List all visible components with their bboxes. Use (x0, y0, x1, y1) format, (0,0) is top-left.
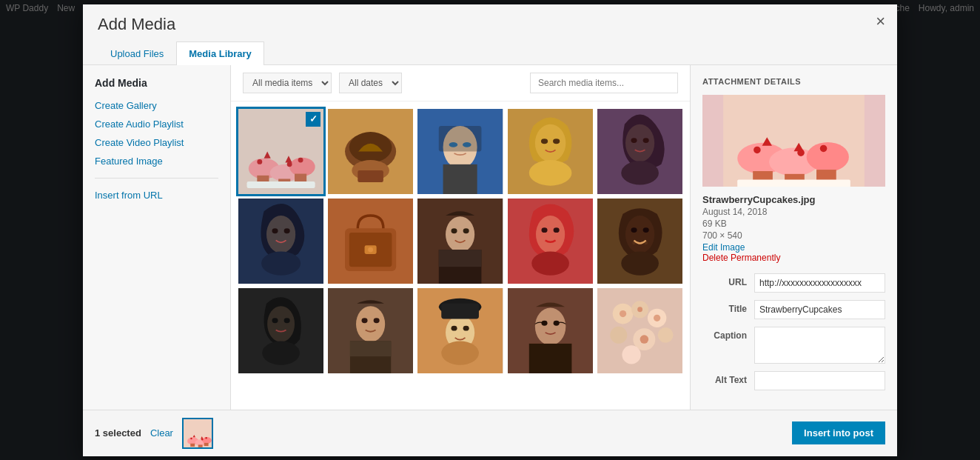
add-media-modal: Add Media Upload Files Media Library × A… (83, 4, 897, 17)
modal-overlay: Add Media Upload Files Media Library × A… (0, 0, 980, 16)
modal-header: Add Media Upload Files Media Library × (83, 4, 897, 17)
modal-title: Add Media (98, 15, 264, 17)
modal-close-button[interactable]: × (876, 13, 885, 17)
